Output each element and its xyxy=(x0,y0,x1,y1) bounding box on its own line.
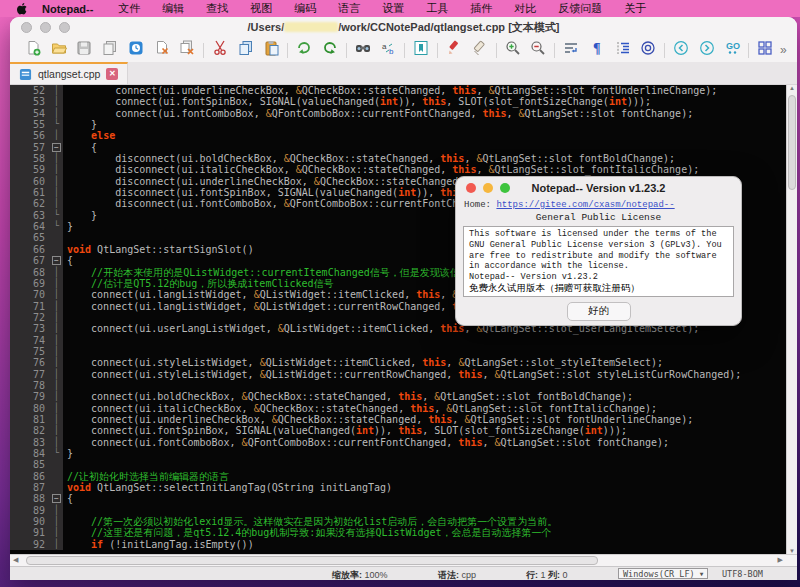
code-line-87[interactable]: 87void QtLangSet::selectInitLangTag(QStr… xyxy=(10,482,786,493)
fold-marker: │ xyxy=(50,164,63,175)
line-number: 88 xyxy=(10,493,50,504)
menu-item-视图[interactable]: 视图 xyxy=(250,1,272,16)
line-number: 57 xyxy=(10,142,50,153)
code-line-79[interactable]: 79│ connect(ui.boldCheckBox, &QCheckBox:… xyxy=(10,391,786,402)
word-wrap-button[interactable] xyxy=(558,40,584,60)
menu-item-语言[interactable]: 语言 xyxy=(338,1,360,16)
code-line-55[interactable]: 55└ } xyxy=(10,119,786,130)
vertical-scroll-thumb[interactable] xyxy=(788,95,796,190)
vertical-scrollbar[interactable]: ▲ ▼ xyxy=(786,85,797,554)
code-line-81[interactable]: 81│ connect(ui.underlineCheckBox, &QChec… xyxy=(10,414,786,425)
code-line-85[interactable]: 85 xyxy=(10,459,786,470)
horizontal-scrollbar[interactable]: ◀ ▶ xyxy=(10,554,797,566)
menu-item-关于[interactable]: 关于 xyxy=(624,1,646,16)
code-text: connect(ui.fontComboBox, &QFontComboBox:… xyxy=(63,437,786,448)
cut-button[interactable] xyxy=(207,40,233,60)
save-session-button[interactable] xyxy=(123,40,149,60)
menu-item-插件[interactable]: 插件 xyxy=(470,1,492,16)
eol-format-select[interactable]: Windows(CR LF)▼ xyxy=(618,568,708,579)
code-line-89[interactable]: 89│ xyxy=(10,505,786,516)
fold-marker: │ xyxy=(50,391,63,402)
menu-item-编码[interactable]: 编码 xyxy=(294,1,316,16)
code-line-90[interactable]: 90│ //第一次必须以初始化lexid显示。这样做实在是因为初始化list启动… xyxy=(10,516,786,527)
zoom-out-button[interactable] xyxy=(525,40,551,60)
code-line-83[interactable]: 83│ connect(ui.fontComboBox, &QFontCombo… xyxy=(10,437,786,448)
undo-button[interactable] xyxy=(291,40,317,60)
menu-item-查找[interactable]: 查找 xyxy=(206,1,228,16)
menu-item-编辑[interactable]: 编辑 xyxy=(162,1,184,16)
goto-line-button[interactable]: GO xyxy=(720,40,746,60)
ok-button[interactable]: 好的 xyxy=(567,302,631,321)
zoom-in-button[interactable] xyxy=(500,40,526,60)
code-line-57[interactable]: 57− { xyxy=(10,142,786,153)
code-line-56[interactable]: 56│ else xyxy=(10,130,786,141)
clear-mark-button[interactable] xyxy=(467,40,493,60)
code-line-75[interactable]: 75│ xyxy=(10,346,786,357)
window-manager-button[interactable] xyxy=(752,40,778,60)
fold-marker[interactable]: − xyxy=(50,493,63,504)
code-line-78[interactable]: 78│ xyxy=(10,380,786,391)
code-line-74[interactable]: 74│ xyxy=(10,335,786,346)
paste-button[interactable] xyxy=(259,40,285,60)
scroll-up-arrow-icon[interactable]: ▲ xyxy=(787,85,797,91)
nav-forward-button[interactable] xyxy=(694,40,720,60)
svg-text:a: a xyxy=(382,42,387,51)
apple-menu-icon[interactable] xyxy=(12,3,32,15)
tab-qtlangset[interactable]: qtlangset.cpp ✕ xyxy=(10,62,128,84)
code-line-53[interactable]: 53│ connect(ui.fontSpinBox, SIGNAL(value… xyxy=(10,96,786,107)
close-all-button[interactable] xyxy=(175,40,201,60)
scroll-left-arrow-icon[interactable]: ◀ xyxy=(13,556,18,564)
code-line-59[interactable]: 59│ disconnect(ui.italicCheckBox, &QChec… xyxy=(10,164,786,175)
open-file-button[interactable] xyxy=(46,40,72,60)
menu-item-对比[interactable]: 对比 xyxy=(514,1,536,16)
nav-forward-icon xyxy=(699,40,715,60)
indent-guide-button[interactable] xyxy=(610,40,636,60)
save-button[interactable] xyxy=(72,40,98,60)
code-line-88[interactable]: 88−{ xyxy=(10,493,786,504)
code-line-52[interactable]: 52│ connect(ui.underlineCheckBox, &QChec… xyxy=(10,85,786,96)
gitee-link[interactable]: https://gitee.com/cxasm/notepad-- xyxy=(496,200,674,210)
menu-item-文件[interactable]: 文件 xyxy=(118,1,140,16)
code-line-54[interactable]: 54│ connect(ui.fontComboBox, &QFontCombo… xyxy=(10,108,786,119)
bookmark-button[interactable] xyxy=(408,40,434,60)
copy-button[interactable] xyxy=(233,40,259,60)
code-line-84[interactable]: 84└} xyxy=(10,448,786,459)
code-text: { xyxy=(63,493,786,504)
toolbar-overflow-icon[interactable]: » xyxy=(780,43,787,57)
fold-marker: │ xyxy=(50,437,63,448)
focus-mode-button[interactable] xyxy=(635,40,661,60)
code-line-76[interactable]: 76│ connect(ui.styleListWidget, &QListWi… xyxy=(10,357,786,368)
replace-button[interactable]: ab xyxy=(376,40,402,60)
close-file-button[interactable] xyxy=(149,40,175,60)
horizontal-scroll-thumb[interactable] xyxy=(26,556,598,565)
line-number: 53 xyxy=(10,96,50,107)
scroll-right-arrow-icon[interactable]: ▶ xyxy=(778,556,783,564)
code-line-91[interactable]: 91│ //这里还是有问题，是qt5.12.4的bug机制导致:如果没有选择QL… xyxy=(10,527,786,538)
license-paragraph: This software is licensed under the term… xyxy=(469,229,728,272)
code-line-92[interactable]: 92│ if (!initLangTag.isEmpty()) xyxy=(10,539,786,550)
code-line-58[interactable]: 58│ disconnect(ui.boldCheckBox, &QCheckB… xyxy=(10,153,786,164)
window-titlebar[interactable]: /Users//work/CCNotePad/qtlangset.cpp [文本… xyxy=(10,17,797,38)
menu-item-设置[interactable]: 设置 xyxy=(382,1,404,16)
fold-marker[interactable]: − xyxy=(50,142,63,153)
nav-back-button[interactable] xyxy=(668,40,694,60)
show-symbol-button[interactable]: ¶ xyxy=(584,40,610,60)
code-line-86[interactable]: 86//让初始化时选择当前编辑器的语言 xyxy=(10,471,786,482)
menu-item-反馈问题[interactable]: 反馈问题 xyxy=(558,1,602,16)
code-line-82[interactable]: 82│ connect(ui.fontSpinBox, SIGNAL(value… xyxy=(10,425,786,436)
redo-button[interactable] xyxy=(317,40,343,60)
code-text: connect(ui.italicCheckBox, &QCheckBox::s… xyxy=(63,403,786,414)
line-number: 92 xyxy=(10,539,50,550)
code-line-77[interactable]: 77│ connect(ui.styleListWidget, &QListWi… xyxy=(10,369,786,380)
dialog-titlebar[interactable]: Notepad-- Version v1.23.2 xyxy=(456,177,741,198)
fold-marker[interactable]: − xyxy=(50,255,63,266)
menu-item-工具[interactable]: 工具 xyxy=(426,1,448,16)
menubar-app-name[interactable]: Notepad-- xyxy=(42,3,93,15)
mark-highlight-button[interactable] xyxy=(441,40,467,60)
code-text: void QtLangSet::selectInitLangTag(QStrin… xyxy=(63,482,786,493)
find-button[interactable] xyxy=(350,40,376,60)
code-line-80[interactable]: 80│ connect(ui.italicCheckBox, &QCheckBo… xyxy=(10,403,786,414)
new-file-button[interactable] xyxy=(20,40,46,60)
save-copy-button[interactable] xyxy=(97,40,123,60)
tab-close-icon[interactable]: ✕ xyxy=(106,68,118,80)
